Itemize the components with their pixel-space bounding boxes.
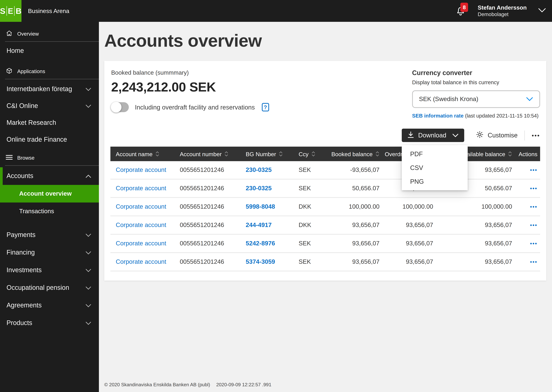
account-name-link[interactable]: Corporate account (110, 240, 174, 247)
sidebar-item-agreements[interactable]: Agreements (0, 297, 99, 314)
sidebar-item-home[interactable]: Home (0, 43, 99, 59)
section-label: Browse (17, 155, 35, 161)
sidebar-item-internetbanken[interactable]: Internetbanken företag (0, 81, 99, 98)
download-menu-item-csv[interactable]: CSV (402, 161, 468, 175)
bg-number-link[interactable]: 5242-8976 (241, 240, 293, 247)
sidebar-item-accounts[interactable]: Accounts (0, 167, 99, 185)
account-name-link[interactable]: Corporate account (110, 222, 174, 229)
bg-number-link[interactable]: 5374-3059 (241, 259, 293, 265)
active-section-indicator (0, 167, 3, 185)
bg-number-link[interactable]: 5998-8048 (241, 203, 293, 210)
sidebar-section-browse: Browse (0, 154, 99, 162)
bg-number-link[interactable]: 244-4917 (241, 222, 293, 229)
table-row: Corporate account 0055651201246 5998-804… (110, 198, 540, 216)
logo-letter: S (0, 7, 5, 15)
header-ccy[interactable]: Ccy (293, 151, 320, 157)
seb-information-rate-link[interactable]: SEB information rate (412, 113, 464, 119)
download-icon (407, 131, 414, 140)
row-actions-button[interactable]: ••• (512, 204, 540, 210)
app-title: Business Arena (28, 7, 69, 14)
timestamp-text: 2020-09-09 12:22:57 .991 (216, 382, 271, 387)
gear-icon (476, 131, 484, 140)
account-name-link[interactable]: Corporate account (110, 203, 174, 210)
accounts-table: Account name Account number BG Number Cc… (110, 147, 540, 271)
sort-icon (224, 151, 229, 157)
header-booked-balance[interactable]: Booked balance (320, 151, 379, 157)
table-header-row: Account name Account number BG Number Cc… (110, 147, 540, 161)
topbar-right: 8 Stefan Andersson Demobolaget (456, 4, 552, 18)
row-actions-button[interactable]: ••• (512, 259, 540, 265)
sidebar-item-investments[interactable]: Investments (0, 261, 99, 279)
seb-logo[interactable]: S E B (0, 0, 22, 22)
account-name-link[interactable]: Corporate account (110, 185, 174, 192)
header-bg-number[interactable]: BG Number (241, 151, 293, 157)
download-menu-item-png[interactable]: PNG (402, 175, 468, 188)
sort-icon (155, 151, 160, 157)
currency-title: Currency converter (412, 69, 540, 77)
header-account-name[interactable]: Account name (110, 151, 174, 157)
account-name-link[interactable]: Corporate account (110, 167, 174, 173)
table-row: Corporate account 0055651201246 244-4917… (110, 216, 540, 235)
sidebar-item-transactions[interactable]: Transactions (0, 203, 99, 220)
booked-balance-value: 93,656,07 (320, 222, 379, 229)
available-balance-value: 93,656,07 (433, 259, 512, 265)
bg-number-link[interactable]: 230-0325 (241, 185, 293, 192)
currency-converter: Currency converter Display total balance… (412, 69, 540, 119)
summary-amount: 2,243,212.00 SEK (111, 80, 269, 95)
account-number: 0055651201246 (174, 259, 241, 265)
header-account-number[interactable]: Account number (174, 151, 241, 157)
sidebar-item-occupational-pension[interactable]: Occupational pension (0, 279, 99, 297)
row-actions-button[interactable]: ••• (512, 240, 540, 246)
sidebar-item-market-research[interactable]: Market Research (0, 114, 99, 131)
ccy-value: DKK (293, 222, 320, 229)
available-balance-value: 93,656,07 (433, 222, 512, 229)
row-actions-button[interactable]: ••• (512, 222, 540, 228)
topbar: S E B Business Arena 8 Stefan Andersson … (0, 0, 552, 22)
account-number: 0055651201246 (174, 203, 241, 210)
toolbar-divider (524, 130, 525, 140)
row-actions-button[interactable]: ••• (512, 167, 540, 173)
menu-icon (6, 154, 13, 161)
divider (5, 165, 99, 166)
user-company: Demobolaget (478, 11, 527, 18)
sidebar-item-account-overview[interactable]: Account overview (0, 185, 99, 203)
notification-badge: 8 (460, 3, 468, 12)
notifications-button[interactable]: 8 (456, 5, 466, 17)
sidebar-section-applications: Applications (0, 67, 99, 75)
bg-number-link[interactable]: 230-0325 (241, 167, 293, 173)
divider (5, 79, 99, 79)
currency-select[interactable]: SEK (Swedish Krona) (412, 90, 540, 108)
overdraft-value: 93,656,07 (379, 259, 433, 265)
account-name-link[interactable]: Corporate account (110, 259, 174, 265)
sidebar-section-overview: Overview (0, 29, 99, 38)
download-wrap: Download PDF CSV PNG (402, 129, 464, 142)
sidebar-item-ci-online[interactable]: C&I Online (0, 98, 99, 114)
table-row: Corporate account 0055651201246 230-0325… (110, 180, 540, 198)
sidebar-item-payments[interactable]: Payments (0, 226, 99, 244)
overdraft-toggle[interactable] (111, 102, 129, 112)
sidebar: Overview Home Applications Internetbanke… (0, 22, 99, 392)
ccy-value: SEK (293, 185, 320, 192)
account-number: 0055651201246 (174, 167, 241, 173)
user-menu-chevron-icon[interactable] (538, 7, 546, 14)
select-chevron-icon (526, 96, 533, 103)
user-info[interactable]: Stefan Andersson Demobolaget (478, 4, 527, 18)
chevron-down-icon (86, 284, 91, 292)
chevron-down-icon (86, 231, 91, 239)
help-icon[interactable]: ? (262, 103, 269, 112)
cube-icon (6, 67, 13, 75)
download-menu-item-pdf[interactable]: PDF (402, 147, 468, 161)
chevron-down-icon (86, 266, 91, 274)
sidebar-item-products[interactable]: Products (0, 314, 99, 332)
row-actions-button[interactable]: ••• (512, 185, 540, 191)
customise-button[interactable]: Customise (476, 131, 518, 140)
sidebar-item-online-trade-finance[interactable]: Online trade Finance (0, 131, 99, 148)
section-label: Applications (17, 68, 45, 74)
information-rate-line: SEB information rate (last updated 2021-… (412, 113, 540, 119)
more-actions-button[interactable]: ••• (532, 132, 540, 139)
download-button[interactable]: Download (402, 129, 464, 142)
ccy-value: SEK (293, 240, 320, 247)
sidebar-item-financing[interactable]: Financing (0, 244, 99, 261)
section-label: Overview (17, 31, 39, 37)
chevron-down-icon (86, 302, 91, 309)
